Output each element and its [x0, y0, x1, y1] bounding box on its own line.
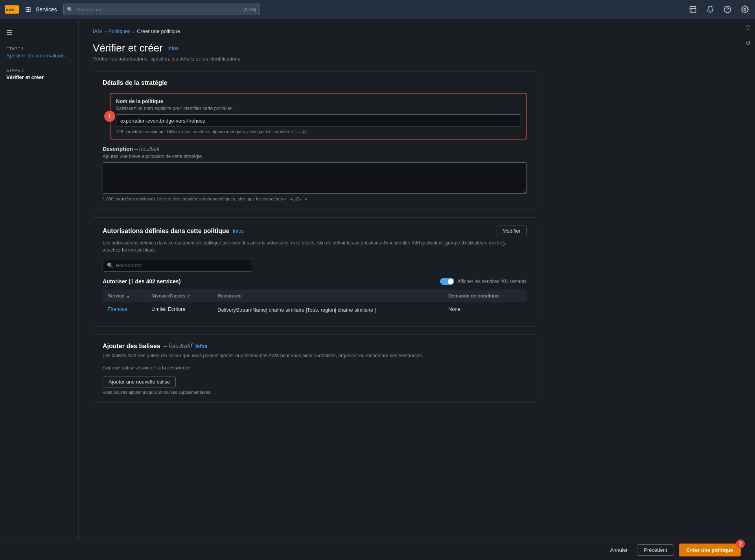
sidebar-step1-link[interactable]: Spécifier les autorisations: [0, 52, 78, 63]
strategy-details-title: Détails de la stratégie: [103, 79, 527, 86]
svg-text:aws: aws: [6, 7, 14, 12]
desc-label: Description – facultatif: [103, 146, 527, 152]
sidebar: ☰ Étape 1 Spécifier les autorisations Ét…: [0, 19, 79, 560]
sidebar-step2-active: Vérifier et créer: [0, 73, 78, 81]
bell-icon[interactable]: [705, 4, 716, 15]
right-icon-1[interactable]: ⏱: [743, 22, 754, 34]
bottom-bar: Annuler Précédent Créer une politique 2: [0, 540, 755, 560]
page-title: Vérifier et créer: [93, 42, 163, 54]
breadcrumb-sep2: ›: [133, 28, 134, 34]
permissions-title: Autorisations définies dans cette politi…: [103, 228, 230, 235]
step2-label: Étape 2: [0, 63, 78, 73]
table-row: Firehose Limité: Écriture DeliveryStream…: [103, 302, 527, 318]
firehose-link[interactable]: Firehose: [108, 306, 128, 312]
create-policy-button[interactable]: Créer une politique: [679, 543, 741, 556]
col-service-header[interactable]: Service ▲: [103, 290, 147, 302]
breadcrumb-iam[interactable]: IAM: [93, 28, 102, 34]
add-tag-button[interactable]: Ajouter une nouvelle balise: [103, 376, 176, 387]
breadcrumb: IAM › Politiques › Créer une politique: [93, 28, 536, 34]
step1-label: Étape 1: [0, 40, 78, 52]
permissions-search-input[interactable]: [116, 263, 248, 268]
tags-info-link[interactable]: Infos: [195, 343, 208, 349]
right-sidebar: ⏱ ↺: [741, 19, 755, 49]
services-nav-label[interactable]: Services: [36, 6, 57, 13]
col-condition-header: Demande de condition: [444, 290, 527, 302]
permissions-info-link[interactable]: Infos: [233, 228, 244, 234]
policy-name-field-box: Nom de la politique Saisissez un nom exp…: [110, 93, 527, 140]
right-icon-2[interactable]: ↺: [743, 37, 753, 49]
settings-icon[interactable]: [739, 4, 750, 15]
svg-rect-2: [690, 7, 696, 13]
strategy-details-card: Détails de la stratégie 1 Nom de la poli…: [93, 71, 536, 209]
global-search[interactable]: 🔍 [Alt+S]: [63, 4, 260, 15]
resource-cell: DeliveryStreamName| chaîne similaire |To…: [213, 302, 444, 318]
col-resource-header: Ressource: [213, 290, 444, 302]
permissions-table: Service ▲ Niveau d'accès ▽ Ressource: [103, 290, 527, 318]
page-subtitle: Vérifier les autorisations, spécifiez le…: [93, 56, 536, 62]
page-info-link[interactable]: Infos: [168, 45, 179, 51]
no-tags-text: Aucune balise associée à la ressource: [103, 365, 527, 371]
service-cell: Firehose: [103, 302, 147, 318]
policy-name-input[interactable]: [116, 114, 521, 127]
col-access-header[interactable]: Niveau d'accès ▽: [147, 290, 213, 302]
desc-constraint: 1 000 caractères maximum. Utilisez des c…: [103, 196, 527, 201]
cancel-button[interactable]: Annuler: [605, 545, 632, 555]
access-sort-icon[interactable]: ▽: [187, 294, 190, 298]
create-btn-wrapper: Créer une politique 2: [679, 543, 741, 556]
policy-name-label: Nom de la politique: [116, 98, 521, 104]
aws-logo: aws: [5, 5, 19, 14]
toggle-group: Afficher les services 401 restants: [440, 278, 527, 285]
authorize-text: Autoriser (1 des 402 services): [103, 278, 180, 285]
top-navigation: aws ⊞ Services 🔍 [Alt+S]: [0, 0, 755, 19]
search-icon: 🔍: [67, 7, 73, 13]
sidebar-toggle[interactable]: ☰: [0, 25, 78, 40]
policy-name-wrapper: 1 Nom de la politique Saisissez un nom e…: [110, 93, 527, 140]
grid-icon[interactable]: ⊞: [24, 4, 33, 15]
permissions-header: Autorisations définies dans cette politi…: [103, 226, 527, 236]
desc-hint: Ajoutez une brève explication de cette s…: [103, 154, 527, 159]
permissions-card: Autorisations définies dans cette politi…: [93, 217, 536, 327]
access-cell: Limité: Écriture: [147, 302, 213, 318]
services-toggle[interactable]: [440, 278, 454, 285]
main-content: IAM › Politiques › Créer une politique V…: [79, 19, 551, 560]
tags-title-row: Ajouter des balises – facultatif Infos: [103, 343, 527, 350]
page-header: Vérifier et créer Infos: [93, 42, 536, 54]
previous-button[interactable]: Précédent: [637, 544, 674, 556]
toggle-row: Autoriser (1 des 402 services) Afficher …: [103, 278, 527, 285]
breadcrumb-sep1: ›: [104, 28, 106, 34]
add-tag-hint: Vous pouvez ajouter jusqu'à 50 balises s…: [103, 390, 527, 395]
nav-icon-group: [687, 4, 750, 15]
tags-desc: Les balises sont des paires clé-valeur q…: [103, 352, 527, 359]
policy-name-hint: Saisissez un nom explicite pour identifi…: [116, 106, 521, 111]
toggle-label: Afficher les services 401 restants: [457, 279, 527, 284]
description-section: Description – facultatif Ajoutez une brè…: [103, 146, 527, 201]
breadcrumb-current: Créer une politique: [137, 28, 180, 34]
permissions-search-icon: 🔍: [107, 263, 113, 268]
search-input[interactable]: [76, 7, 243, 13]
modifier-button[interactable]: Modifier: [497, 226, 527, 236]
toggle-knob: [448, 279, 453, 284]
policy-name-constraint: 128 caractères maximum. Utilisez des car…: [116, 129, 521, 134]
svg-point-5: [744, 9, 746, 11]
tags-card: Ajouter des balises – facultatif Infos L…: [93, 334, 536, 403]
service-sort-icon[interactable]: ▲: [126, 294, 130, 298]
permissions-desc: Les autorisations définies dans ce docum…: [103, 239, 527, 253]
desc-textarea[interactable]: [103, 162, 527, 194]
permissions-search[interactable]: 🔍: [103, 259, 252, 272]
page-layout: ☰ Étape 1 Spécifier les autorisations Ét…: [0, 19, 755, 560]
help-icon[interactable]: [722, 4, 733, 15]
breadcrumb-politiques[interactable]: Politiques: [108, 28, 130, 34]
permissions-title-row: Autorisations définies dans cette politi…: [103, 228, 244, 235]
step2-badge: 2: [736, 540, 745, 548]
search-shortcut: [Alt+S]: [243, 7, 256, 12]
condition-cell: None: [444, 302, 527, 318]
notifications-icon[interactable]: [687, 4, 698, 15]
